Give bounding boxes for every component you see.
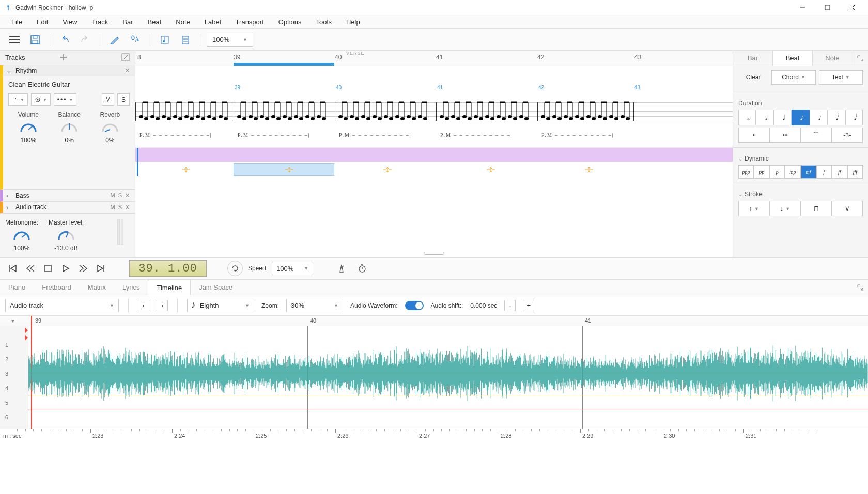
thirtysecond-note[interactable]: 𝅘𝅥𝅰: [827, 110, 845, 125]
volume-dial[interactable]: Volume 100%: [18, 111, 39, 144]
close-button[interactable]: [840, 0, 864, 15]
nav-next-button[interactable]: ›: [157, 300, 168, 311]
tab-lyrics[interactable]: Lyrics: [114, 280, 148, 295]
quarter-note[interactable]: 𝅘𝅥: [774, 110, 792, 125]
waveform-toggle[interactable]: [405, 301, 424, 310]
speed-select[interactable]: 100% ▼: [272, 262, 313, 275]
document-view-icon[interactable]: [177, 31, 194, 48]
ruler-handle[interactable]: ▼: [10, 318, 16, 324]
mute-button[interactable]: M: [110, 204, 115, 211]
tab-beat[interactable]: Beat: [773, 51, 813, 66]
tie-button[interactable]: ⌒: [801, 128, 832, 143]
tab-matrix[interactable]: Matrix: [80, 280, 114, 295]
waveform-area[interactable]: ▼ 39 40 41 1 2 3 4 5 6: [0, 316, 868, 429]
shift-plus-button[interactable]: +: [523, 300, 534, 311]
dynamic-heading[interactable]: ⌄Dynamic: [738, 155, 863, 162]
double-dotted-button[interactable]: ••: [769, 128, 800, 143]
tab-bar[interactable]: Bar: [733, 51, 773, 66]
menu-beat[interactable]: Beat: [141, 16, 169, 28]
tab-timeline[interactable]: Timeline: [148, 280, 191, 295]
dynamic-mp[interactable]: mp: [785, 165, 800, 179]
dynamic-fff[interactable]: fff: [847, 165, 863, 179]
close-button[interactable]: ✕: [125, 204, 130, 211]
solo-button[interactable]: S: [117, 93, 130, 106]
score-area[interactable]: 8 39 40 41 42 43 VERSE 3940414243P.M – –…: [135, 51, 733, 257]
solo-button[interactable]: S: [118, 192, 122, 199]
metronome-dial[interactable]: Metronome: 100%: [5, 219, 38, 252]
menu-tools[interactable]: Tools: [309, 16, 339, 28]
tracks-edit-icon[interactable]: [121, 53, 130, 61]
tuplet-button[interactable]: -3-: [832, 128, 863, 143]
dynamic-mf[interactable]: mf: [801, 165, 816, 179]
zoom-select[interactable]: 100% ▼: [207, 33, 253, 47]
stop-button[interactable]: [40, 261, 56, 276]
track-bass[interactable]: › Bass M S ✕: [0, 190, 135, 201]
minimize-button[interactable]: [791, 0, 814, 15]
rewind-button[interactable]: [23, 261, 38, 276]
playhead-marker[interactable]: [25, 334, 28, 341]
tab-note[interactable]: Note: [813, 51, 853, 66]
track-tool-tuning[interactable]: ▼: [8, 93, 28, 106]
redo-icon[interactable]: [77, 31, 94, 48]
reverb-dial[interactable]: Reverb 0%: [100, 111, 120, 144]
master-level-dial[interactable]: Master level: -13.0 dB: [49, 219, 84, 252]
save-icon[interactable]: [27, 31, 43, 48]
menu-bar[interactable]: Bar: [115, 16, 140, 28]
track-rhythm[interactable]: ⌄ Rhythm ✕: [0, 65, 135, 76]
waveform-ruler[interactable]: ▼ 39 40 41: [0, 316, 868, 326]
clear-button[interactable]: Clear: [738, 70, 768, 85]
undo-icon[interactable]: [56, 31, 73, 48]
dynamic-ff[interactable]: ff: [832, 165, 847, 179]
menu-options[interactable]: Options: [271, 16, 309, 28]
sixteenth-note[interactable]: 𝅘𝅥𝅯: [810, 110, 827, 125]
mute-button[interactable]: M: [110, 192, 115, 199]
expand-icon[interactable]: [853, 51, 868, 66]
maximize-button[interactable]: [815, 0, 839, 15]
track-tool-sound[interactable]: ▼: [31, 93, 51, 106]
add-track-button[interactable]: [58, 52, 69, 63]
tab-fretboard[interactable]: Fretboard: [34, 280, 79, 295]
menu-track[interactable]: Track: [84, 16, 115, 28]
timeline-track-select[interactable]: Audio track ▼: [5, 299, 119, 312]
hamburger-icon[interactable]: [6, 31, 23, 48]
nav-prev-button[interactable]: ‹: [138, 300, 149, 311]
select-tool-icon[interactable]: [127, 31, 144, 48]
dynamic-p[interactable]: p: [769, 165, 785, 179]
menu-edit[interactable]: Edit: [29, 16, 55, 28]
dynamic-ppp[interactable]: ppp: [738, 165, 754, 179]
audio-strip[interactable]: [135, 162, 733, 176]
note-value-select[interactable]: 𝅘𝅥𝅮 Eighth ▼: [187, 299, 254, 312]
skip-end-button[interactable]: [93, 261, 109, 276]
edit-tool-icon[interactable]: [106, 31, 123, 48]
playhead-marker[interactable]: [25, 327, 28, 333]
menu-transport[interactable]: Transport: [228, 16, 271, 28]
expand-icon[interactable]: [853, 284, 868, 291]
half-note[interactable]: 𝅗𝅥: [756, 110, 773, 125]
sixtyfourth-note[interactable]: 𝅘𝅥𝅱: [845, 110, 863, 125]
mute-button[interactable]: M: [102, 93, 114, 106]
dynamic-f[interactable]: f: [816, 165, 832, 179]
score-canvas[interactable]: 3940414243P.M – – – – – – – – – –|P.M – …: [135, 66, 733, 147]
tab-piano[interactable]: Piano: [0, 280, 34, 295]
menu-help[interactable]: Help: [339, 16, 367, 28]
stroke-down[interactable]: ↓ ▼: [769, 201, 800, 216]
play-button[interactable]: [58, 261, 73, 276]
loop-button[interactable]: [227, 261, 243, 276]
stroke-pick-up[interactable]: ∨: [832, 201, 863, 216]
shift-minus-button[interactable]: -: [504, 300, 516, 311]
text-button[interactable]: Text▼: [819, 70, 863, 85]
tab-jamspace[interactable]: Jam Space: [191, 280, 241, 295]
eighth-note[interactable]: 𝅘𝅥𝅮: [792, 110, 809, 125]
countdown-icon[interactable]: [354, 261, 370, 276]
forward-button[interactable]: [75, 261, 91, 276]
menu-file[interactable]: File: [4, 16, 29, 28]
stroke-heading[interactable]: ⌄Stroke: [738, 190, 863, 198]
score-view-icon[interactable]: [157, 31, 173, 48]
bar-ruler[interactable]: 8 39 40 41 42 43 VERSE: [135, 51, 733, 66]
menu-note[interactable]: Note: [168, 16, 197, 28]
track-close[interactable]: ✕: [125, 67, 130, 74]
drag-handle[interactable]: [424, 252, 444, 255]
chord-button[interactable]: Chord▼: [771, 70, 815, 85]
stroke-up[interactable]: ↑ ▼: [738, 201, 769, 216]
track-tool-more[interactable]: •••▼: [54, 93, 77, 106]
